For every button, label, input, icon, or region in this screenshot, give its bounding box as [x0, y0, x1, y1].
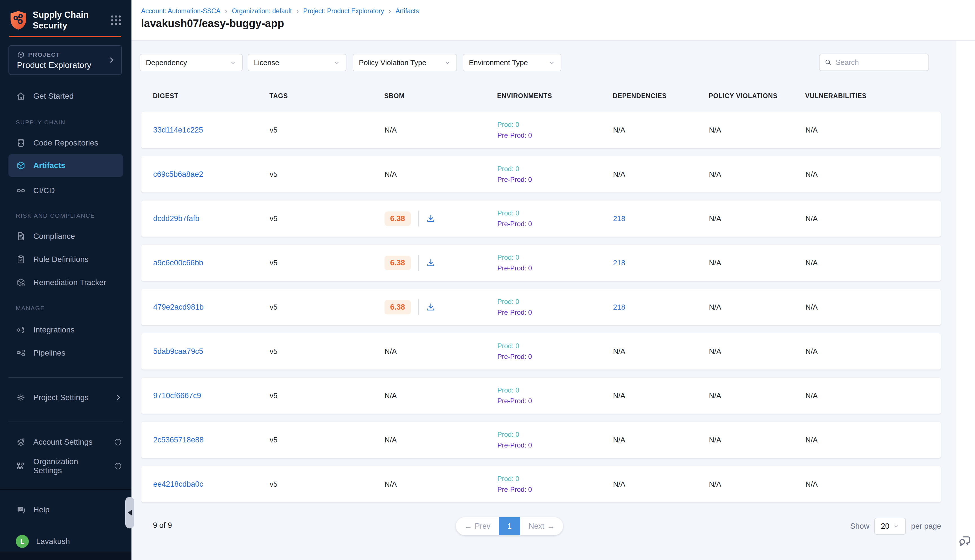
sbom-download-icon[interactable]	[426, 214, 436, 223]
sbom-download-icon[interactable]	[426, 258, 436, 268]
policy-violations-cell: N/A	[709, 480, 805, 489]
sbom-cell: 6.38	[384, 255, 498, 271]
app-title: Supply Chain Security	[33, 10, 98, 31]
prev-page-button[interactable]: ← Prev	[456, 517, 499, 535]
page-header: Account: Automation-SSCA › Organization:…	[132, 0, 975, 41]
sidebar-item-organization-settings[interactable]: Organization Settings	[0, 455, 132, 477]
sidebar-item-compliance[interactable]: Compliance	[0, 225, 132, 248]
compliance-document-icon	[16, 231, 26, 242]
sbom-cell: N/A	[384, 480, 498, 489]
sbom-cell: N/A	[384, 392, 498, 400]
filter-policy-violation-type[interactable]: Policy Violation Type	[353, 54, 457, 71]
digest-link[interactable]: 33d114e1c225	[153, 126, 203, 134]
chat-support-icon[interactable]	[957, 533, 973, 549]
next-page-button[interactable]: Next →	[520, 517, 563, 535]
dependencies-link[interactable]: 218	[613, 303, 625, 311]
sidebar-collapse-handle[interactable]	[125, 497, 134, 528]
sidebar-item-get-started[interactable]: Get Started	[0, 85, 132, 107]
policy-violations-cell: N/A	[709, 214, 805, 223]
filter-label: Environment Type	[469, 58, 528, 67]
sidebar-item-integrations[interactable]: Integrations	[0, 318, 132, 341]
tag-cell: v5	[270, 126, 384, 135]
sidebar-item-help[interactable]: ? Help	[0, 498, 132, 521]
sidebar-section-risk-compliance: RISK AND COMPLIANCE	[16, 212, 95, 221]
digest-cell: c69c5b6a8ae2	[153, 170, 270, 179]
sidebar-item-cicd[interactable]: CI/CD	[0, 179, 132, 202]
breadcrumb-account-link[interactable]: Account: Automation-SSCA	[141, 7, 220, 15]
tag-cell: v5	[270, 214, 384, 223]
digest-link[interactable]: ee4218cdba0c	[153, 480, 203, 488]
policy-violations-cell: N/A	[709, 303, 805, 312]
digest-link[interactable]: 2c5365718e88	[153, 436, 204, 444]
sbom-download-icon[interactable]	[426, 302, 436, 312]
filter-environment-type[interactable]: Environment Type	[462, 54, 561, 71]
filter-dependency[interactable]: Dependency	[140, 54, 243, 71]
policy-violations-cell: N/A	[709, 392, 805, 400]
table-row: a9c6e00c66bb v5 6.38 Prod: 0 Pre-Prod: 0…	[141, 245, 941, 281]
sidebar-item-artifacts[interactable]: Artifacts	[8, 154, 123, 177]
sidebar-item-label: Help	[33, 505, 50, 514]
breadcrumb-artifacts-link[interactable]: Artifacts	[396, 7, 419, 15]
digest-cell: 5dab9caa79c5	[153, 347, 270, 356]
per-page-select[interactable]: 20	[874, 518, 906, 535]
sbom-value: N/A	[384, 347, 397, 356]
tag-cell: v5	[270, 436, 384, 444]
accent-divider	[9, 36, 121, 37]
sidebar-item-pipelines[interactable]: Pipelines	[0, 342, 132, 364]
digest-link[interactable]: c69c5b6a8ae2	[153, 170, 203, 178]
policy-violations-cell: N/A	[709, 258, 805, 267]
digest-link[interactable]: 479e2acd981b	[153, 303, 204, 311]
filter-license[interactable]: License	[248, 54, 346, 71]
digest-link[interactable]: dcdd29b7fafb	[153, 214, 199, 223]
preprod-count: Pre-Prod: 0	[498, 397, 613, 405]
sidebar-item-user-profile[interactable]: L Lavakush	[0, 530, 132, 553]
dependencies-cell: N/A	[613, 392, 709, 400]
home-icon	[16, 91, 26, 101]
sidebar-item-rule-definitions[interactable]: Rule Definitions	[0, 248, 132, 271]
environments-cell: Prod: 0 Pre-Prod: 0	[498, 386, 613, 405]
column-header-sbom: SBOM	[384, 92, 497, 100]
sidebar-dock-divider	[0, 489, 132, 490]
prod-count: Prod: 0	[498, 342, 613, 350]
sidebar-item-project-settings[interactable]: Project Settings	[0, 386, 132, 409]
sidebar-item-remediation-tracker[interactable]: Remediation Tracker	[0, 271, 132, 294]
project-selector-label: PROJECT	[28, 51, 60, 58]
breadcrumb-organization-link[interactable]: Organization: default	[232, 7, 292, 15]
sbom-score-badge: 6.38	[384, 256, 411, 270]
integrations-icon	[16, 325, 26, 335]
sidebar-item-label: Integrations	[33, 325, 75, 334]
remediation-box-icon	[16, 277, 26, 288]
digest-link[interactable]: a9c6e00c66bb	[153, 258, 203, 267]
table-row: 5dab9caa79c5 v5 N/A Prod: 0 Pre-Prod: 0 …	[141, 333, 941, 370]
dependencies-link[interactable]: 218	[613, 258, 625, 267]
digest-link[interactable]: 9710cf6667c9	[153, 392, 201, 400]
page-number-button[interactable]: 1	[499, 517, 520, 535]
digest-link[interactable]: 5dab9caa79c5	[153, 347, 203, 355]
table-row: 33d114e1c225 v5 N/A Prod: 0 Pre-Prod: 0 …	[141, 112, 941, 148]
sidebar-section-supply-chain: SUPPLY CHAIN	[16, 119, 65, 127]
vulnerabilities-cell: N/A	[805, 436, 942, 444]
filter-label: License	[254, 58, 279, 67]
project-selector[interactable]: PROJECT Product Exploratory	[8, 45, 122, 75]
breadcrumb-separator: ›	[389, 8, 391, 14]
search-icon	[825, 58, 832, 66]
chevron-down-icon	[548, 59, 555, 66]
sidebar-item-code-repositories[interactable]: Code Repositories	[0, 132, 132, 154]
digest-cell: a9c6e00c66bb	[153, 258, 270, 267]
digest-cell: 2c5365718e88	[153, 436, 270, 444]
module-grid-icon[interactable]	[109, 14, 122, 27]
vulnerabilities-cell: N/A	[805, 480, 942, 489]
pipelines-icon	[16, 348, 26, 358]
vulnerabilities-cell: N/A	[805, 170, 942, 179]
dependencies-link[interactable]: 218	[613, 214, 625, 223]
project-cube-icon	[17, 51, 25, 58]
info-icon[interactable]	[114, 462, 122, 470]
search-input[interactable]	[836, 58, 923, 67]
sidebar-item-account-settings[interactable]: Account Settings	[0, 431, 132, 453]
table-row: 479e2acd981b v5 6.38 Prod: 0 Pre-Prod: 0…	[141, 289, 941, 325]
code-repository-icon	[16, 138, 26, 148]
breadcrumb-project-link[interactable]: Project: Product Exploratory	[303, 7, 384, 15]
info-icon[interactable]	[114, 438, 122, 446]
digest-cell: 9710cf6667c9	[153, 392, 270, 400]
tag-cell: v5	[270, 258, 384, 267]
